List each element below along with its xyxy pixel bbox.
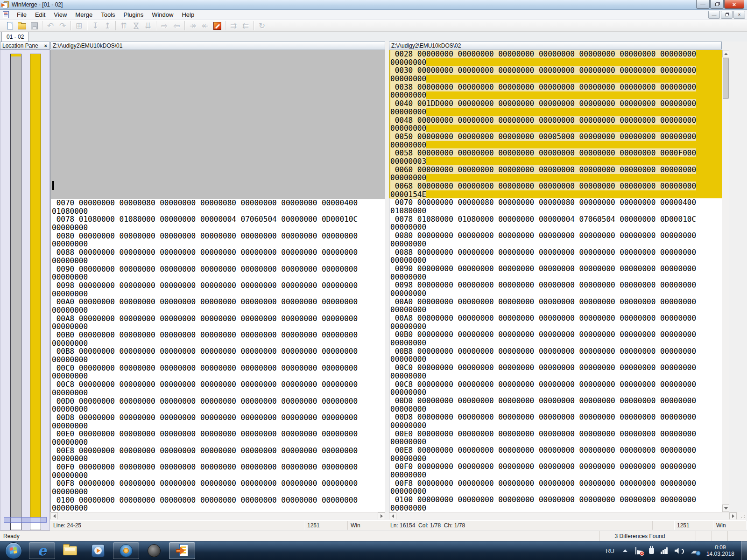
new-file-icon[interactable] [4,21,15,31]
diff-hex-row[interactable]: 0040 001DD000 00000000 00000000 00000000… [389,99,722,108]
location-bar-left-file[interactable] [10,54,21,530]
hex-row[interactable]: 00E8 00000000 00000000 00000000 00000000… [389,446,722,455]
pane-splitter[interactable] [385,42,389,520]
hex-row[interactable]: 00C0 00000000 00000000 00000000 00000000… [389,364,722,372]
hex-row[interactable]: 01080000 [389,207,722,215]
show-hidden-icons-button[interactable] [623,549,627,552]
hex-row[interactable]: 00000000 [389,240,722,248]
hex-row[interactable]: 00000000 [51,389,385,397]
hex-row[interactable]: 0090 00000000 00000000 00000000 00000000… [51,265,385,273]
action-center-icon[interactable]: × [635,547,642,554]
diff-hex-row[interactable]: 0068 00000000 00000000 00000000 00000000… [389,182,722,190]
diff-hex-row[interactable]: 0048 00000000 00000000 00000000 00000000… [389,116,722,125]
hex-row[interactable]: 00000000 [51,405,385,413]
hex-row[interactable]: 00000000 [51,339,385,348]
next-pair-icon[interactable]: ⇉ [228,21,239,31]
menu-merge[interactable]: Merge [71,10,97,20]
hex-row[interactable]: 00B0 00000000 00000000 00000000 00000000… [51,331,385,339]
undo-icon[interactable]: ↶ [45,21,56,31]
hex-row[interactable]: 00000000 [51,240,385,248]
hex-row[interactable]: 00000000 [389,372,722,380]
hex-row[interactable]: 00000000 [51,306,385,315]
hex-row[interactable]: 00000000 [389,273,722,281]
left-editor-pane[interactable]: 0070 00000000 00000080 00000000 00000080… [50,50,385,512]
taskbar-media-player-button[interactable] [85,542,111,559]
hex-row[interactable]: 00000000 [389,388,722,397]
previous-difference-icon[interactable]: ↥ [102,21,113,31]
restore-button[interactable] [710,0,724,9]
hex-row[interactable]: 00E0 00000000 00000000 00000000 00000000… [51,430,385,438]
diff-hex-row[interactable]: 00000000 [389,58,722,67]
diff-hex-row[interactable]: 0000154E [389,190,722,199]
hex-row[interactable]: 00000000 [51,422,385,430]
hex-row[interactable]: 0098 00000000 00000000 00000000 00000000… [51,281,385,290]
taskbar-compass-app-button[interactable] [113,542,139,559]
show-desktop-button[interactable] [741,541,747,560]
hex-row[interactable]: 0070 00000000 00000080 00000000 00000080… [389,198,722,207]
diff-hex-row[interactable]: 00000000 [389,124,722,133]
menu-plugins[interactable]: Plugins [120,10,148,20]
mdi-restore-button[interactable] [721,11,733,19]
diff-hex-row[interactable]: 00000000 [389,75,722,83]
tab-01-02[interactable]: 01 - 02 [1,32,29,42]
redo-icon[interactable]: ↷ [57,21,68,31]
first-difference-icon[interactable]: ⇈ [118,21,129,31]
menu-file[interactable]: File [13,10,31,20]
volume-icon[interactable] [675,548,684,554]
file-merge-mode-icon[interactable]: ⊞ [73,21,85,31]
hex-row[interactable]: 00000000 [389,223,722,231]
hex-row[interactable]: 00000000 [51,224,385,232]
close-button[interactable]: × [724,0,744,9]
hex-row[interactable]: 00D0 00000000 00000000 00000000 00000000… [389,397,722,405]
hex-row[interactable]: 00000000 [51,438,385,447]
hex-row[interactable]: 0078 01080000 01080000 00000000 00000004… [389,215,722,224]
open-icon[interactable] [16,21,28,31]
scroll-down-icon[interactable] [722,504,730,512]
hex-row[interactable]: 00F8 00000000 00000000 00000000 00000000… [51,479,385,488]
hex-row[interactable]: 01080000 [51,207,385,216]
location-pane[interactable] [0,49,50,531]
hex-row[interactable]: 00E0 00000000 00000000 00000000 00000000… [389,430,722,438]
right-editor-pane[interactable]: 0028 00000000 00000000 00000000 00000000… [389,50,722,512]
hex-row[interactable]: 00000000 [389,306,722,314]
scroll-up-icon[interactable] [722,50,730,57]
hex-row[interactable]: 00F0 00000000 00000000 00000000 00000000… [389,462,722,471]
hex-row[interactable]: 00C8 00000000 00000000 00000000 00000000… [389,380,722,389]
hex-row[interactable]: 00A0 00000000 00000000 00000000 00000000… [389,298,722,306]
sync-app-icon[interactable]: ☁ [691,547,698,555]
hex-row[interactable]: 00D8 00000000 00000000 00000000 00000000… [51,413,385,422]
hex-row[interactable]: 00000000 [51,290,385,298]
hex-row[interactable]: 00D0 00000000 00000000 00000000 00000000… [51,397,385,406]
mdi-close-button[interactable]: × [733,11,745,19]
hex-row[interactable]: 00000000 [51,356,385,364]
hex-row[interactable]: 0088 00000000 00000000 00000000 00000000… [389,248,722,257]
diff-hex-row[interactable]: 0030 00000000 00000000 00000000 00000000… [389,66,722,75]
scroll-left-icon[interactable] [389,512,396,520]
hex-row[interactable]: 00000000 [51,488,385,496]
hex-row[interactable]: 00000000 [51,273,385,281]
diff-hex-row[interactable]: 0028 00000000 00000000 00000000 00000000… [389,50,722,58]
hex-row[interactable]: 0100 00000000 00000000 00000000 00000000… [389,496,722,504]
hex-row[interactable]: 00000000 [389,355,722,364]
diff-hex-row[interactable]: 00000000 [389,91,722,99]
hex-row[interactable]: 0080 00000000 00000000 00000000 00000000… [389,231,722,240]
power-icon[interactable] [649,548,654,554]
hex-row[interactable]: 0088 00000000 00000000 00000000 00000000… [51,248,385,257]
menu-help[interactable]: Help [177,10,198,20]
hex-row[interactable]: 0090 00000000 00000000 00000000 00000000… [389,265,722,273]
vertical-scrollbar[interactable] [722,50,729,512]
clock[interactable]: 0:09 14.03.2018 [702,544,739,557]
diff-hex-row[interactable]: 00000000 [389,108,722,116]
hex-row[interactable]: 0100 00000000 00000000 00000000 00000000… [51,496,385,504]
hex-row[interactable]: 00000000 [51,455,385,463]
menu-tools[interactable]: Tools [97,10,119,20]
minimize-button[interactable]: — [696,0,710,9]
hex-row[interactable]: 00000000 [389,455,722,463]
hex-row[interactable]: 00000000 [389,405,722,413]
mdi-document-icon[interactable] [3,11,9,18]
diff-hex-row[interactable]: 0058 00000000 00000000 00000000 00000000… [389,149,722,157]
hex-row[interactable]: 00C0 00000000 00000000 00000000 00000000… [51,364,385,372]
hex-row[interactable]: 00000000 [51,257,385,265]
hex-row[interactable]: 00C8 00000000 00000000 00000000 00000000… [51,380,385,389]
copy-right-advance-icon[interactable]: ↠ [187,21,198,31]
